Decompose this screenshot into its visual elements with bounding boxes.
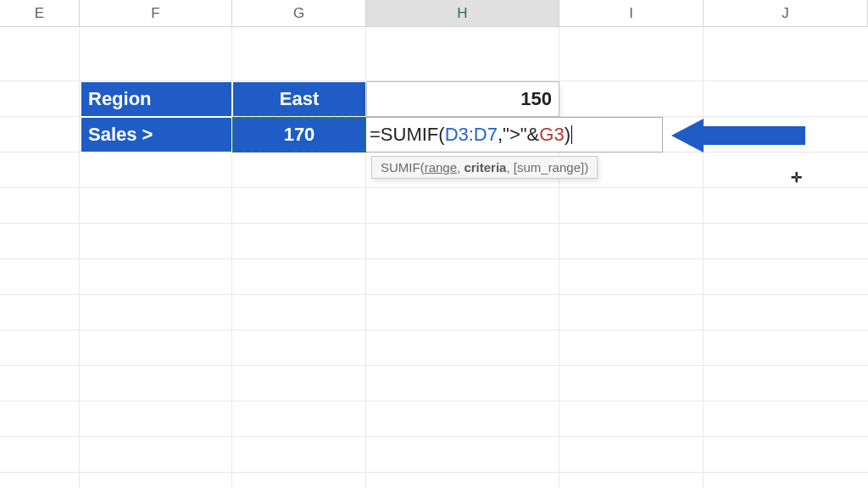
arrow-body xyxy=(704,126,805,145)
formula-amp: & xyxy=(527,124,540,146)
gridline-row xyxy=(0,365,868,366)
gridline-col xyxy=(703,27,704,488)
formula-range-ref: D3:D7 xyxy=(445,124,498,146)
arrow-head-icon xyxy=(671,119,704,152)
col-header-H[interactable]: H xyxy=(366,0,559,27)
tooltip-arg-sumrange[interactable]: [sum_range] xyxy=(514,160,584,175)
gridline-row xyxy=(0,294,868,295)
cell-H2-result[interactable]: 150 xyxy=(366,81,559,117)
annotation-arrow xyxy=(671,119,805,152)
cell-F2-region-label[interactable]: Region xyxy=(81,81,232,117)
tooltip-close: ) xyxy=(584,160,588,175)
col-header-I[interactable]: I xyxy=(559,0,704,27)
col-header-J[interactable]: J xyxy=(704,0,868,27)
formula-cell-ref: G3 xyxy=(539,124,564,146)
gridline-row xyxy=(0,472,868,473)
col-header-E[interactable]: E xyxy=(0,0,80,27)
cell-G2-region-value[interactable]: East xyxy=(232,81,366,117)
cell-H3-formula-editor[interactable]: =SUMIF(D3:D7,">"&G3) xyxy=(366,117,663,152)
gridline-row xyxy=(0,330,868,330)
gridline-row xyxy=(0,401,868,402)
tooltip-arg-criteria[interactable]: criteria xyxy=(464,160,506,175)
col-header-F[interactable]: F xyxy=(80,0,232,27)
cell-cursor-icon: ✛ xyxy=(791,169,802,186)
gridline-row xyxy=(0,223,868,224)
cell-F3-sales-label[interactable]: Sales > xyxy=(81,117,232,152)
text-caret xyxy=(571,125,572,144)
formula-close: ) xyxy=(565,124,570,146)
column-headers: E F G H I J xyxy=(0,0,868,27)
gridline-row xyxy=(0,436,868,437)
gridline-col xyxy=(79,27,80,488)
cell-G3-threshold[interactable]: 170 xyxy=(232,117,366,152)
gridline-row xyxy=(0,258,868,259)
col-header-G[interactable]: G xyxy=(232,0,366,27)
tooltip-sep: , xyxy=(506,160,513,175)
gridline-row xyxy=(0,187,868,188)
formula-string: ">" xyxy=(503,124,526,146)
tooltip-fn: SUMIF( xyxy=(381,160,425,175)
tooltip-arg-range[interactable]: range xyxy=(425,160,457,175)
formula-tooltip[interactable]: SUMIF(range, criteria, [sum_range]) xyxy=(371,156,598,179)
formula-prefix: =SUMIF( xyxy=(370,124,445,146)
